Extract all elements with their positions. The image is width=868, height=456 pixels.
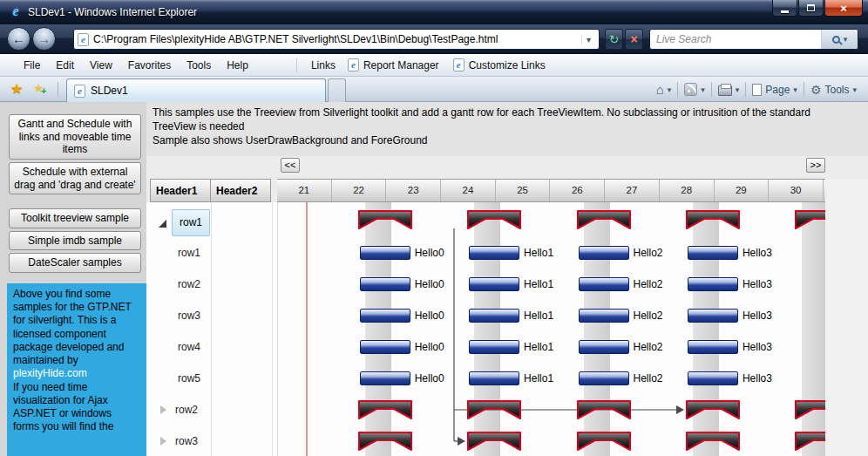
summary-bar[interactable] (358, 399, 412, 420)
task-bar[interactable] (469, 246, 519, 260)
close-button[interactable]: × (824, 0, 863, 17)
summary-bar[interactable] (467, 431, 521, 452)
summary-bar[interactable] (467, 209, 521, 230)
address-text[interactable]: C:\Program Files\plexityHide AB\GTP.NET … (93, 33, 581, 45)
summary-bar[interactable] (686, 399, 740, 420)
summary-bar[interactable] (795, 209, 825, 230)
date-scaler: 21222324252627282930 (277, 179, 825, 202)
treeview-expander-collapsed[interactable] (160, 437, 166, 446)
plexityhide-link[interactable]: plexityHide.com (13, 367, 140, 380)
address-bar[interactable]: e C:\Program Files\plexityHide AB\GTP.NE… (73, 29, 600, 50)
sample-button-datescaler[interactable]: DateScaler samples (9, 253, 141, 273)
summary-bar[interactable] (577, 399, 631, 420)
task-bar[interactable] (360, 246, 410, 260)
scroll-left-button[interactable]: << (281, 158, 300, 173)
summary-bar[interactable] (686, 209, 740, 230)
tree-item-collapsed[interactable]: row3 (175, 434, 198, 448)
grid-header-1[interactable]: Header1 (150, 179, 211, 202)
task-bar[interactable] (469, 371, 519, 385)
title-bar[interactable]: e SLDev1 - Windows Internet Explorer × (0, 0, 868, 24)
task-bar[interactable] (360, 309, 410, 323)
sample-button-external-drag[interactable]: Schedule with external drag and 'drag an… (9, 162, 141, 194)
summary-bar[interactable] (577, 209, 631, 230)
link-report-manager[interactable]: e Report Manager (341, 56, 446, 74)
tree-item-child[interactable]: row1 (178, 246, 200, 260)
links-label[interactable]: Links (306, 57, 341, 74)
search-input[interactable]: Live Search (650, 33, 821, 45)
summary-bar[interactable] (686, 431, 740, 452)
forward-button[interactable]: → (32, 27, 56, 51)
summary-bar[interactable] (358, 209, 412, 230)
task-bar[interactable] (579, 340, 629, 354)
task-bar[interactable] (469, 309, 519, 323)
task-bar[interactable] (688, 246, 738, 260)
task-bar[interactable] (688, 340, 738, 354)
sample-button-toolkit-treeview[interactable]: Toolkit treeview sample (9, 208, 141, 228)
feeds-button[interactable]: ▾ (678, 83, 711, 96)
task-bar[interactable] (579, 309, 629, 323)
task-bar[interactable] (579, 277, 629, 291)
home-button[interactable]: ⌂ ▾ (650, 82, 678, 97)
menu-file[interactable]: File (16, 57, 48, 74)
menu-help[interactable]: Help (219, 57, 256, 74)
print-dropdown-icon[interactable]: ▾ (736, 85, 740, 94)
maximize-button[interactable] (798, 0, 824, 17)
timescale-day: 30 (769, 180, 824, 201)
minimize-button[interactable] (772, 0, 797, 17)
maximize-icon (807, 4, 815, 11)
treeview-expander-collapsed[interactable] (160, 405, 166, 414)
browser-window: e SLDev1 - Windows Internet Explorer × ←… (0, 0, 868, 456)
task-bar[interactable] (579, 246, 629, 260)
sample-button-gantt-schedule[interactable]: Gantt and Schedule with links and moveab… (9, 114, 141, 160)
summary-bar[interactable] (358, 431, 412, 452)
tree-item-child[interactable]: row5 (178, 371, 200, 385)
search-dropdown-icon[interactable]: ▾ (844, 35, 848, 44)
task-bar-label: Hello1 (524, 371, 553, 385)
summary-bar[interactable] (467, 399, 521, 420)
tree-item-child[interactable]: row3 (178, 309, 200, 323)
link-customize-links[interactable]: e Customize Links (446, 56, 553, 74)
menu-favorites[interactable]: Favorites (120, 57, 179, 74)
search-button[interactable]: ▾ (821, 30, 858, 49)
task-bar-label: Hello1 (524, 309, 553, 323)
back-button[interactable]: ← (7, 27, 31, 51)
task-bar[interactable] (688, 277, 738, 291)
ie-logo-icon: e (8, 3, 24, 19)
refresh-button[interactable]: ↻ (605, 29, 623, 50)
grid-header-2[interactable]: Header2 (210, 179, 271, 202)
search-icon (832, 36, 840, 44)
task-bar[interactable] (360, 340, 410, 354)
tree-item-collapsed[interactable]: row2 (175, 403, 198, 417)
stop-button[interactable]: × (625, 29, 643, 50)
add-favorite-button[interactable]: ★+ (33, 81, 44, 95)
menu-view[interactable]: View (82, 57, 120, 74)
task-bar[interactable] (579, 371, 629, 385)
feeds-dropdown-icon[interactable]: ▾ (701, 85, 705, 94)
menu-edit[interactable]: Edit (48, 57, 82, 74)
summary-bar[interactable] (577, 431, 631, 452)
tab-sldev1[interactable]: e SLDev1 (66, 78, 326, 102)
favorites-center-button[interactable]: ★ (10, 80, 23, 97)
scroll-right-button[interactable]: >> (806, 158, 825, 173)
page-menu-button[interactable]: Page ▾ (746, 84, 804, 96)
tree-item-root[interactable]: row1 (172, 209, 210, 236)
task-bar[interactable] (469, 277, 519, 291)
task-bar[interactable] (469, 340, 519, 354)
tree-item-child[interactable]: row2 (178, 277, 200, 291)
tools-menu-button[interactable]: ⚙ Tools ▾ (804, 83, 863, 97)
summary-bar[interactable] (795, 399, 825, 420)
task-bar[interactable] (688, 309, 738, 323)
menu-tools[interactable]: Tools (179, 57, 219, 74)
task-bar[interactable] (688, 371, 738, 385)
summary-bar[interactable] (795, 431, 825, 452)
tree-item-child[interactable]: row4 (178, 340, 200, 354)
new-tab-button[interactable] (328, 78, 346, 102)
address-dropdown-icon[interactable]: ▾ (581, 35, 595, 44)
print-button[interactable]: ▾ (712, 83, 746, 96)
home-dropdown-icon[interactable]: ▾ (668, 85, 672, 94)
sample-button-simple-imdb[interactable]: Simple imdb sample (9, 231, 141, 251)
treeview-expander-expanded[interactable] (159, 220, 166, 228)
task-bar[interactable] (360, 371, 410, 385)
task-bar[interactable] (360, 277, 410, 291)
search-box[interactable]: Live Search ▾ (649, 29, 858, 50)
